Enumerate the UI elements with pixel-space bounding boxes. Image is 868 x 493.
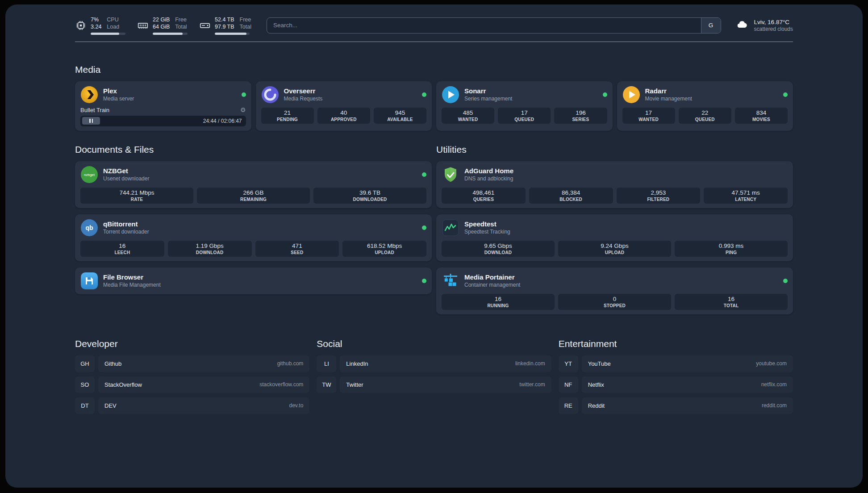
service-card-filebrowser[interactable]: File Browser Media File Management: [75, 267, 432, 294]
service-card-speedtest[interactable]: Speedtest Speedtest Tracking 9.65 Gbps D…: [436, 214, 793, 261]
bookmark-netflix[interactable]: NF Netflix netflix.com: [559, 376, 793, 393]
stat-label: STOPPED: [561, 303, 668, 308]
radarr-icon: [622, 86, 640, 104]
stat-tile: 16 RUNNING: [442, 294, 555, 310]
service-title: qBittorrent: [103, 220, 149, 228]
service-title: Speedtest: [464, 220, 510, 228]
weather-condition: scattered clouds: [754, 26, 793, 32]
memory-icon: [137, 20, 149, 31]
stat-label: DOWNLOAD: [171, 250, 249, 255]
bookmark-github[interactable]: GH Github github.com: [75, 355, 309, 372]
speedtest-icon: [442, 219, 459, 237]
bookmark-url: youtube.com: [756, 360, 787, 367]
bookmark-name: YouTube: [588, 360, 611, 367]
stat-tile: 22 QUEUED: [679, 108, 731, 124]
bookmark-abbr[interactable]: RE: [559, 397, 578, 414]
memory-total-label: Total: [175, 23, 187, 30]
service-subtitle: Speedtest Tracking: [464, 229, 510, 235]
bookmark-youtube[interactable]: YT YouTube youtube.com: [559, 355, 793, 372]
memory-usage-bar: [153, 33, 188, 35]
bookmark-reddit[interactable]: RE Reddit reddit.com: [559, 397, 793, 414]
topbar-divider: [75, 42, 793, 42]
memory-total-value: 64 GiB: [153, 23, 170, 30]
service-subtitle: Media Requests: [284, 96, 323, 102]
bookmark-abbr[interactable]: LI: [317, 355, 336, 372]
stat-tile: 9.65 Gbps DOWNLOAD: [442, 241, 555, 257]
service-card-plex[interactable]: Plex Media server Bullet Train ⚙ 24:44 /…: [75, 81, 251, 131]
bookmark-abbr[interactable]: TW: [317, 376, 336, 393]
service-subtitle: Media File Management: [103, 282, 161, 288]
qbittorrent-icon: qb: [80, 219, 98, 237]
stat-label: REMAINING: [200, 197, 307, 202]
bookmark-url: reddit.com: [762, 402, 787, 409]
service-card-adguard[interactable]: AdGuard Home DNS and adblocking 498,461 …: [436, 161, 793, 208]
disk-free-value: 52.4 TB: [215, 16, 234, 23]
stat-value: 498,461: [444, 189, 523, 196]
stat-tile: 21 PENDING: [261, 108, 314, 124]
service-title: Overseerr: [284, 87, 323, 95]
stat-tile: 618.52 Mbps UPLOAD: [342, 241, 426, 257]
bookmark-linkedin[interactable]: LI LinkedIn linkedin.com: [317, 355, 551, 372]
search-provider-button[interactable]: G: [701, 18, 721, 33]
stat-label: PENDING: [264, 117, 311, 122]
adguard-icon: [442, 166, 459, 184]
stat-tile: 471 SEED: [255, 241, 339, 257]
service-card-nzbget[interactable]: nzbget NZBGet Usenet downloader 744.21 M…: [75, 161, 432, 208]
section-documents: Documents & Files nzbget NZBGet Usenet d…: [75, 144, 432, 314]
stat-tile: 485 WANTED: [442, 108, 494, 124]
service-subtitle: Media server: [103, 96, 134, 102]
service-title: Plex: [103, 87, 134, 95]
weather-widget[interactable]: Lviv, 16.87°C scattered clouds: [734, 19, 793, 32]
stat-value: 0.993 ms: [677, 242, 785, 249]
bookmark-stackoverflow[interactable]: SO StackOverflow stackoverflow.com: [75, 376, 309, 393]
bookmark-dev[interactable]: DT DEV dev.to: [75, 397, 309, 414]
stat-value: 16: [677, 296, 785, 302]
svg-text:qb: qb: [85, 224, 93, 231]
search-input[interactable]: [267, 17, 721, 33]
stat-tile: 0 STOPPED: [558, 294, 671, 310]
bookmark-abbr[interactable]: DT: [75, 397, 95, 414]
stat-label: QUEUED: [681, 117, 729, 122]
pause-button[interactable]: [82, 117, 100, 125]
stat-value: 196: [557, 109, 604, 116]
bookmark-abbr[interactable]: GH: [75, 355, 95, 372]
status-dot: [422, 279, 426, 283]
cpu-usage-bar: [91, 33, 125, 35]
memory-free-value: 22 GiB: [153, 16, 170, 23]
bookmark-abbr[interactable]: SO: [75, 376, 95, 393]
stat-value: 471: [258, 242, 337, 249]
disk-widget: 52.4 TB 97.9 TB Free Total: [199, 16, 251, 35]
settings-gear-icon[interactable]: ⚙: [240, 107, 246, 113]
stat-label: BLOCKED: [532, 197, 610, 202]
stat-label: RUNNING: [444, 303, 552, 308]
playback-time: 24:44 / 02:06:47: [203, 118, 242, 124]
bookmark-url: dev.to: [289, 402, 304, 409]
section-title-documents: Documents & Files: [75, 144, 432, 155]
stat-tile: 266 GB REMAINING: [197, 188, 310, 204]
bookmark-abbr[interactable]: NF: [559, 376, 578, 393]
player-progress-bar[interactable]: 24:44 / 02:06:47: [80, 116, 246, 126]
stat-label: TOTAL: [677, 303, 785, 308]
bookmark-abbr[interactable]: YT: [559, 355, 578, 372]
disk-usage-bar: [215, 33, 250, 35]
service-card-radarr[interactable]: Radarr Movie management 17 WANTED 22 QUE…: [617, 81, 793, 131]
service-card-qbittorrent[interactable]: qb qBittorrent Torrent downloader 16 LEE…: [75, 214, 432, 261]
bookmark-url: linkedin.com: [515, 360, 545, 367]
stat-value: 47.571 ms: [706, 189, 785, 196]
bookmark-name: LinkedIn: [346, 360, 368, 367]
stat-value: 1.19 Gbps: [171, 242, 249, 249]
stat-label: DOWNLOADED: [316, 197, 424, 202]
bookmark-url: netflix.com: [761, 381, 787, 388]
stat-tile: 17 QUEUED: [498, 108, 551, 124]
stat-value: 9.65 Gbps: [444, 242, 552, 249]
bookmark-group-developer: Developer GH Github github.com SO StackO…: [75, 338, 309, 418]
bookmark-twitter[interactable]: TW Twitter twitter.com: [317, 376, 551, 393]
section-title-media: Media: [75, 64, 793, 75]
stat-tile: 945 AVAILABLE: [374, 108, 426, 124]
service-card-sonarr[interactable]: Sonarr Series management 485 WANTED 17 Q…: [436, 81, 613, 131]
status-dot: [422, 92, 426, 97]
cpu-label: CPU: [107, 16, 119, 23]
bookmark-name: Netflix: [588, 381, 604, 388]
service-card-portainer[interactable]: Media Portainer Container management 16 …: [436, 267, 793, 314]
service-card-overseerr[interactable]: Overseerr Media Requests 21 PENDING 40 A…: [256, 81, 432, 131]
